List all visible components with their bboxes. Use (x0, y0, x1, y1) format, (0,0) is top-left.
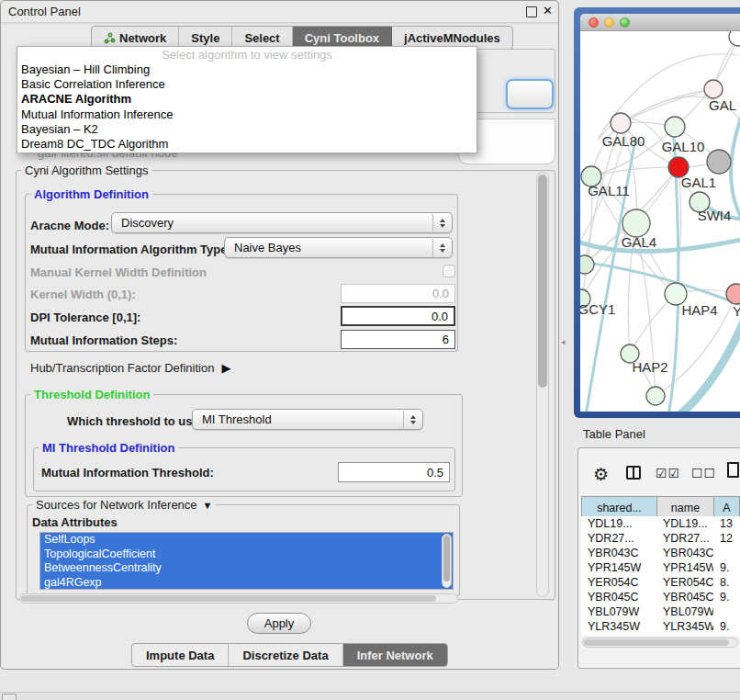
mi-steps-field[interactable]: 6 (341, 330, 455, 349)
table-horizontal-scrollbar-thumb[interactable] (584, 639, 729, 646)
panel-divider-handle[interactable]: ◂ (561, 337, 566, 346)
columns-icon[interactable] (626, 466, 641, 480)
network-node-label: GAL4 (622, 234, 656, 250)
algorithm-option-bayesian-hill-climbing[interactable]: Bayesian – Hill Climbing (17, 62, 477, 77)
column-header-shared[interactable]: shared... (582, 497, 657, 519)
attribute-item-selfloops[interactable]: SelfLoops (40, 533, 453, 548)
table-cell: YDR27... (656, 531, 713, 546)
table-row[interactable]: YLR345WYLR345W9. (581, 619, 740, 634)
dpi-tolerance-label: DPI Tolerance [0,1]: (30, 310, 140, 324)
network-node-gal4[interactable] (622, 209, 650, 237)
table-row[interactable]: YDL19...YDL19...13 (581, 516, 740, 531)
table-row[interactable]: YBL079WYBL079W (581, 604, 740, 619)
network-window-titlebar[interactable] (580, 14, 740, 31)
data-attributes-list[interactable]: SelfLoopsTopologicalCoefficientBetweenne… (39, 532, 454, 590)
sources-group-title-row[interactable]: Sources for Network Inference ▼ (32, 498, 216, 512)
mi-threshold-field[interactable]: 0.5 (338, 462, 450, 482)
table-row[interactable]: YIL052CYIL052C9 (581, 634, 740, 636)
settings-vertical-scrollbar[interactable] (536, 172, 549, 597)
table-row[interactable]: YPR145WYPR145W9. (581, 560, 740, 575)
network-edge (621, 89, 713, 123)
zoom-traffic-light-icon[interactable] (620, 17, 630, 28)
network-node-label: GAL80 (602, 133, 645, 149)
combo-arrows-icon (432, 214, 451, 231)
table-panel-title: Table Panel (583, 427, 645, 441)
deselect-all-checkboxes-icon[interactable]: ☐☐ (691, 466, 716, 480)
mi-type-value: Naive Bayes (234, 241, 301, 254)
algorithm-definition-title: Algorithm Definition (30, 187, 152, 201)
manual-kernel-label: Manual Kernel Width Definition (30, 265, 207, 279)
network-node[interactable] (646, 387, 665, 405)
attributes-vertical-scrollbar[interactable] (442, 534, 452, 588)
algorithm-dropdown-popup: Select algorithm to view settings Bayesi… (17, 46, 477, 153)
table-cell (713, 604, 740, 619)
select-all-checkboxes-icon[interactable]: ☑☑ (656, 466, 680, 480)
column-header-a[interactable]: A (714, 497, 740, 519)
mi-type-combo[interactable]: Naive Bayes (224, 237, 453, 258)
threshold-definition-title: Threshold Definition (30, 388, 153, 401)
network-node[interactable] (729, 31, 740, 46)
network-node-label: HAP2 (632, 359, 667, 375)
manual-kernel-checkbox[interactable] (443, 265, 455, 277)
close-traffic-light-icon[interactable] (589, 17, 599, 28)
table-row[interactable]: YDR27...YDR27...12 (581, 531, 740, 546)
control-panel-titlebar[interactable]: Control Panel ✕ (1, 1, 558, 23)
hub-tf-definition-label: Hub/Transcription Factor Definition (30, 361, 214, 375)
settings-vertical-scrollbar-thumb[interactable] (538, 175, 547, 388)
kernel-width-label: Kernel Width (0,1): (30, 288, 136, 301)
attribute-item-betweennesscentrality[interactable]: BetweennessCentrality (40, 561, 453, 576)
algorithm-option-basic-correlation-inference[interactable]: Basic Correlation Inference (17, 77, 477, 92)
which-threshold-value: MI Threshold (202, 412, 272, 426)
table-row[interactable]: YBR043CYBR043C (581, 546, 740, 560)
hub-tf-definition-row[interactable]: Hub/Transcription Factor Definition ▶ (30, 361, 230, 375)
network-edge-thick (679, 322, 740, 412)
export-table-icon[interactable] (727, 462, 739, 478)
attribute-item-topologicalcoefficient[interactable]: TopologicalCoefficient (40, 548, 453, 562)
aracne-mode-combo[interactable]: Discovery (111, 212, 453, 233)
attribute-item-gal4rgexp[interactable]: gal4RGexp (40, 576, 453, 591)
settings-horizontal-scrollbar[interactable] (19, 593, 458, 604)
network-node-label: Y (733, 303, 740, 319)
table-horizontal-scrollbar[interactable] (582, 638, 738, 648)
network-node-gal[interactable] (704, 80, 723, 98)
bottom-strip (0, 692, 740, 700)
network-view-frame: GALGAL80GAL10GAL1GAL11SWI4GAL4GCY1HAP4YH… (574, 7, 740, 418)
table-cell (713, 546, 740, 560)
bottom-tab-discretize-data[interactable]: Discretize Data (229, 644, 342, 666)
control-panel-title: Control Panel (8, 5, 81, 18)
bottom-tab-infer-network[interactable]: Infer Network (343, 644, 447, 666)
control-panel-window: Control Panel ✕ NetworkStyleSelectCyni T… (0, 0, 559, 670)
attributes-scrollbar-thumb[interactable] (443, 536, 450, 581)
network-node-gal80[interactable] (611, 113, 631, 133)
apply-button[interactable]: Apply (247, 613, 311, 634)
table-row[interactable]: YER054CYER054C8. (581, 575, 740, 590)
network-node[interactable] (707, 150, 731, 174)
network-canvas[interactable]: GALGAL80GAL10GAL1GAL11SWI4GAL4GCY1HAP4YH… (580, 31, 740, 412)
expand-arrow-icon[interactable]: ▶ (221, 361, 230, 375)
bottom-tab-impute-data[interactable]: Impute Data (132, 644, 229, 666)
table-body[interactable]: YDL19...YDL19...13YDR27...YDR27...12YBR0… (581, 516, 740, 636)
algorithm-option-aracne-algorithm[interactable]: ARACNE Algorithm (17, 92, 477, 107)
column-header-name[interactable]: name (657, 497, 714, 519)
network-node-gal10[interactable] (665, 117, 685, 137)
settings-gear-icon[interactable]: ⚙ (593, 464, 609, 485)
close-icon[interactable]: ✕ (543, 4, 553, 17)
algorithm-option-bayesian-k2[interactable]: Bayesian – K2 (17, 122, 477, 137)
popup-hint: Select algorithm to view settings (17, 49, 477, 62)
kernel-width-field[interactable]: 0.0 (341, 284, 455, 303)
collapse-arrow-icon[interactable]: ▼ (203, 500, 213, 511)
focused-combo-fragment[interactable] (506, 79, 554, 109)
minimize-traffic-light-icon[interactable] (604, 17, 614, 28)
algorithm-option-mutual-information-inference[interactable]: Mutual Information Inference (17, 107, 477, 122)
network-node[interactable] (580, 255, 594, 274)
table-cell: YBR045C (656, 590, 713, 604)
float-window-icon[interactable] (526, 6, 537, 17)
bottom-left-mini-button[interactable] (2, 694, 17, 700)
mi-steps-label: Mutual Information Steps: (30, 333, 177, 347)
tab-label: Network (119, 31, 166, 45)
settings-horizontal-scrollbar-thumb[interactable] (21, 595, 436, 602)
table-row[interactable]: YBR045CYBR045C9. (581, 590, 740, 604)
dpi-tolerance-field[interactable]: 0.0 (341, 306, 455, 326)
which-threshold-combo[interactable]: MI Threshold (192, 409, 423, 430)
algorithm-option-dream8-dc-tdc-algorithm[interactable]: Dream8 DC_TDC Algorithm (17, 137, 477, 152)
